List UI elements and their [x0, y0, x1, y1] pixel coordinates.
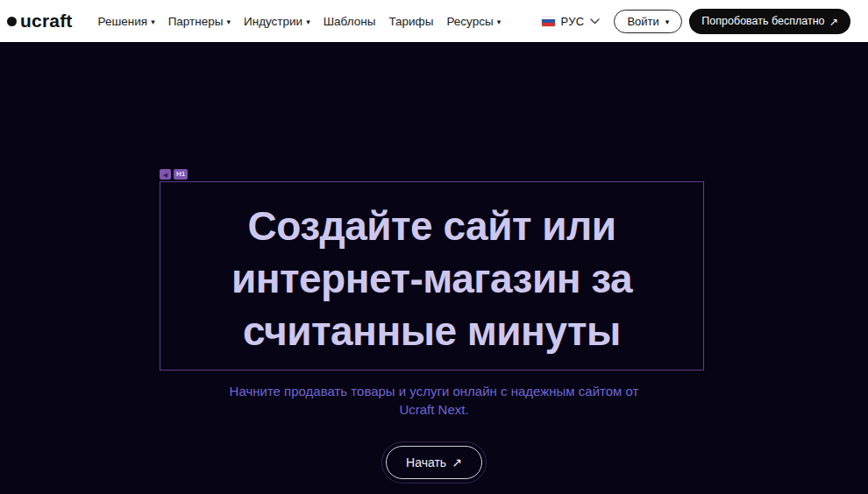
- hero-heading: Создайте сайт или интернет-магазин за сч…: [160, 182, 703, 357]
- site-header: ucraft Решения ▾ Партнеры ▾ Индустрии ▾ …: [0, 0, 868, 42]
- login-label: Войти: [627, 15, 658, 28]
- nav-item-label: Партнеры: [168, 15, 224, 28]
- h1-selection-outline: Создайте сайт или интернет-магазин за сч…: [160, 181, 704, 370]
- element-badge-row: ◀ H1: [160, 169, 188, 180]
- nav-item-resources[interactable]: Ресурсы ▾: [446, 15, 501, 28]
- nav-item-label: Шаблоны: [324, 15, 376, 28]
- start-button[interactable]: Начать ↗: [386, 446, 482, 479]
- signup-label: Попробовать бесплатно: [701, 15, 824, 27]
- main-nav: Решения ▾ Партнеры ▾ Индустрии ▾ Шаблоны…: [98, 15, 502, 28]
- nav-item-templates[interactable]: Шаблоны: [324, 15, 376, 28]
- chevron-down-icon: ▾: [497, 18, 502, 26]
- nav-item-partners[interactable]: Партнеры ▾: [168, 15, 231, 28]
- nav-item-pricing[interactable]: Тарифы: [388, 15, 433, 28]
- chevron-down-icon: ▾: [665, 18, 670, 26]
- russian-flag-icon: [542, 17, 555, 26]
- hero-heading-line: интернет-магазин за: [160, 252, 703, 305]
- login-button[interactable]: Войти ▾: [614, 10, 682, 33]
- hero-subtitle-wrap: Начните продавать товары и услуги онлайн…: [0, 382, 868, 419]
- hero-section: ◀ H1 Создайте сайт или интернет-магазин …: [0, 42, 868, 494]
- element-nav-back-badge[interactable]: ◀: [160, 169, 171, 180]
- chevron-down-icon: ▾: [226, 18, 231, 26]
- chevron-down-icon: ▾: [151, 18, 155, 26]
- nav-item-solutions[interactable]: Решения ▾: [98, 15, 155, 28]
- nav-item-label: Индустрии: [244, 15, 302, 28]
- start-button-label: Начать: [406, 455, 446, 469]
- ucraft-logo[interactable]: ucraft: [7, 11, 73, 32]
- hero-heading-line: считанные минуты: [160, 305, 703, 357]
- h1-tag-badge: H1: [174, 169, 188, 180]
- arrow-up-right-icon: ↗: [452, 455, 462, 469]
- caret-left-icon: ◀: [163, 172, 167, 178]
- nav-item-label: Тарифы: [388, 15, 433, 28]
- signup-cta-button[interactable]: Попробовать бесплатно ↗: [689, 9, 850, 34]
- nav-item-industries[interactable]: Индустрии ▾: [244, 15, 310, 28]
- arrow-up-right-icon: ↗: [829, 15, 838, 28]
- start-button-ring: Начать ↗: [381, 441, 487, 483]
- chevron-down-icon: [590, 18, 600, 25]
- language-selector[interactable]: РУС: [542, 15, 601, 28]
- hero-heading-line: Создайте сайт или: [160, 200, 703, 252]
- chevron-down-icon: ▾: [306, 18, 310, 26]
- hero-subtitle: Начните продавать товары и услуги онлайн…: [213, 382, 656, 419]
- nav-item-label: Решения: [98, 15, 148, 28]
- header-right: РУС Войти ▾ Попробовать бесплатно ↗: [542, 9, 851, 34]
- hero-cta-row: Начать ↗: [0, 441, 868, 483]
- logo-text: ucraft: [20, 11, 73, 32]
- nav-item-label: Ресурсы: [446, 15, 493, 28]
- language-code: РУС: [561, 15, 585, 28]
- logo-dot-icon: [7, 17, 17, 26]
